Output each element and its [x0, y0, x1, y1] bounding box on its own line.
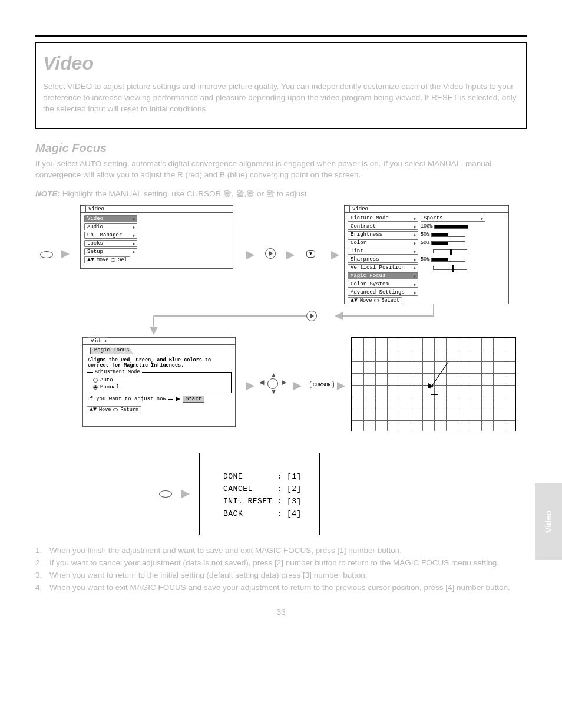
manual-convergence-grid[interactable] — [351, 337, 516, 431]
adjustment-mode-group: Adjustment Mode Auto Manual — [87, 372, 232, 393]
adjustment-mode-legend: Adjustment Mode — [93, 369, 142, 375]
menu-button-icon — [40, 251, 53, 258]
intro-paragraph: Select VIDEO to adjust picture settings … — [43, 81, 519, 115]
menu-item-ch-manager[interactable]: Ch. Manager — [84, 232, 137, 239]
start-row: If you want to adjust now Start — [87, 396, 232, 403]
arrow-icon — [286, 251, 295, 259]
arrow-icon — [331, 251, 339, 259]
menu-item-audio[interactable]: Audio — [84, 223, 137, 230]
panel-tab: Video — [88, 337, 111, 344]
opt-inireset: INI. RESET : [3] — [223, 496, 302, 508]
opt-done: DONE : [1] — [223, 471, 302, 483]
radio-auto[interactable]: Auto — [93, 377, 229, 383]
arrow-icon — [246, 382, 254, 390]
arrow-icon — [293, 382, 302, 390]
key-options-box: DONE : [1] CANCEL : [2] INI. RESET : [3]… — [199, 453, 320, 535]
contrast-value: 100% — [421, 223, 468, 229]
focus-footer-hint: ▲▼Move Return — [87, 406, 141, 413]
submenu-footer-hint: ▲▼Move Select — [348, 297, 402, 304]
magic-focus-subtab: Magic Focus — [90, 347, 133, 354]
opt-cancel: CANCEL : [2] — [223, 483, 302, 496]
menu-item-video[interactable]: Video — [84, 215, 137, 222]
magic-focus-note: NOTE: Highlight the MANUAL setting, use … — [35, 189, 527, 199]
note-label: NOTE: — [35, 189, 60, 198]
submenu-advanced-settings[interactable]: Advanced Settings — [348, 289, 418, 296]
step-2: If you want to cancel your adjustment (d… — [49, 558, 527, 567]
key-button-icon — [159, 490, 172, 498]
submenu-contrast[interactable]: Contrast — [348, 223, 418, 230]
menu-footer-hint: ▲▼Move Sel — [84, 256, 130, 263]
cursor-right-icon — [306, 311, 317, 321]
flow-diagram: Video Video Audio Ch. Manager Locks Setu… — [35, 205, 524, 447]
note-text: Highlight the MANUAL setting, use CURSOR… — [62, 189, 307, 198]
page-number: 33 — [35, 607, 527, 617]
arrow-icon — [181, 490, 190, 498]
submenu-color-system[interactable]: Color System — [348, 281, 418, 288]
connector — [433, 304, 434, 316]
arrow-icon — [335, 312, 343, 320]
connector — [343, 315, 434, 317]
panel-tab: Video — [85, 205, 108, 212]
submenu-sharpness[interactable]: Sharpness — [348, 256, 418, 263]
arrow-icon — [150, 327, 158, 335]
opt-back: BACK : [4] — [223, 508, 302, 521]
start-button[interactable]: Start — [183, 396, 204, 403]
brightness-value: 50% — [421, 232, 465, 238]
arrow-icon — [337, 382, 345, 390]
cursor-right-icon — [265, 248, 276, 259]
connector — [153, 315, 306, 317]
step-3: When you want to return to the initial s… — [49, 571, 527, 579]
submenu-vertical-position[interactable]: Vertical Position — [348, 264, 418, 271]
submenu-value-sports[interactable]: Sports — [421, 215, 485, 222]
magic-focus-description: Aligns the Red, Green, and Blue colors t… — [88, 358, 230, 368]
steps-list: 1.When you finish the adjustment and wan… — [35, 546, 527, 592]
side-tab-video: Video — [535, 483, 562, 560]
menu-item-setup[interactable]: Setup — [84, 248, 137, 255]
color-value: 50% — [421, 240, 465, 246]
step-1: When you finish the adjustment and want … — [49, 546, 527, 555]
magic-focus-title: Magic Focus — [35, 141, 527, 155]
submenu-tint[interactable]: Tint — [348, 248, 418, 255]
submenu-color[interactable]: Color — [348, 239, 418, 246]
cursor-key-label: CURSOR — [310, 381, 334, 388]
connector — [153, 315, 154, 328]
submenu-brightness[interactable]: Brightness — [348, 231, 418, 238]
top-rule — [35, 35, 527, 37]
vpos-value — [421, 266, 467, 270]
submenu-magic-focus[interactable]: Magic Focus — [348, 272, 418, 279]
cursor-pad-icon: ▲▼◀▶ — [258, 373, 287, 394]
main-menu-panel: Video Video Audio Ch. Manager Locks Setu… — [80, 205, 233, 269]
radio-manual[interactable]: Manual — [93, 384, 229, 390]
arrow-icon — [246, 251, 254, 259]
page-title: Video — [43, 52, 519, 74]
cursor-down-key-icon: ▼ — [306, 250, 315, 258]
video-submenu-panel: Video Picture ModeSports Contrast100% Br… — [344, 205, 509, 304]
magic-focus-panel: Video Magic Focus Aligns the Red, Green,… — [82, 337, 236, 427]
menu-item-locks[interactable]: Locks — [84, 240, 137, 247]
tint-value — [421, 249, 467, 253]
step-4: When you want to exit MAGIC FOCUS and sa… — [49, 583, 527, 592]
submenu-picture-mode[interactable]: Picture Mode — [348, 215, 418, 222]
arrow-icon — [61, 250, 70, 258]
panel-tab: Video — [349, 205, 372, 212]
arrow-icon — [176, 397, 180, 401]
video-header-box: Video Select VIDEO to adjust picture set… — [35, 42, 527, 129]
sharpness-value: 50% — [421, 256, 465, 262]
magic-focus-paragraph: If you select AUTO setting, automatic di… — [35, 159, 527, 181]
